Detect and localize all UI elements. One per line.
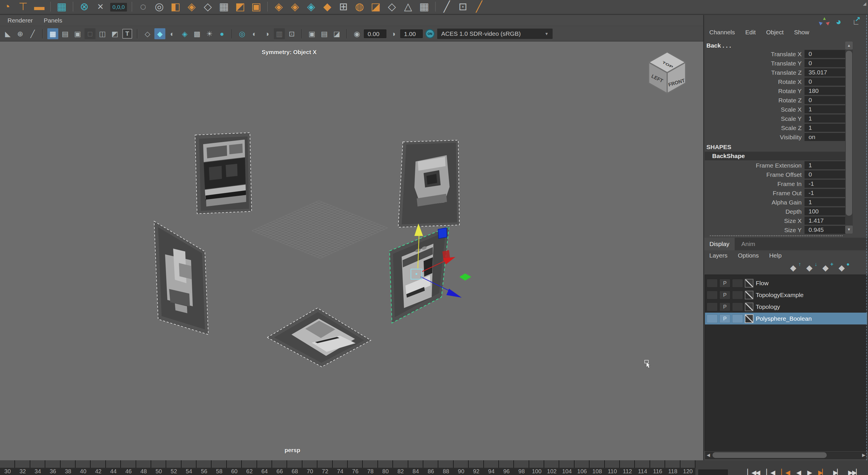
channel-label[interactable]: Translate Y [706, 60, 805, 67]
channel-label[interactable]: Frame Out [706, 190, 805, 197]
channel-label[interactable]: Translate Z [706, 69, 805, 76]
layer-playback-toggle[interactable]: P [719, 279, 731, 288]
contrast-field[interactable]: 1.00 [400, 29, 423, 38]
film-gate-icon[interactable]: ▤ [60, 28, 71, 39]
duplicate-face-icon[interactable]: ▣ [250, 0, 262, 15]
channel-label[interactable]: Rotate X [706, 78, 805, 85]
table-grid-icon[interactable]: ▦ [218, 0, 230, 15]
dof-icon[interactable]: ◑ [261, 28, 272, 39]
wireframe-icon[interactable]: ◇ [142, 28, 153, 39]
channel-value-field[interactable]: 1 [805, 124, 845, 132]
smooth-mesh-icon[interactable]: ◈ [272, 0, 285, 15]
time-tick[interactable] [61, 460, 75, 468]
measure-icon[interactable]: △ [402, 0, 414, 15]
current-frame-field[interactable] [698, 470, 728, 475]
layer-display-type-toggle[interactable] [732, 291, 743, 299]
resolution-gate-icon[interactable]: ▣ [72, 28, 83, 39]
go-to-end-icon[interactable]: ▶▶▏ [848, 469, 860, 475]
small-diamond-icon[interactable]: ◇ [385, 0, 398, 15]
channel-label[interactable]: Rotate Z [706, 97, 805, 104]
time-tick[interactable] [393, 460, 408, 468]
safe-title-icon[interactable]: T [122, 29, 132, 39]
layer-row-Polysphere_Boolean[interactable]: PPolysphere_Boolean [705, 313, 867, 324]
play-backwards-icon[interactable]: ◀ [796, 469, 800, 475]
scrollbar-thumb[interactable] [846, 51, 852, 216]
time-tick[interactable] [151, 460, 166, 468]
channel-value-field[interactable]: 180 [805, 87, 845, 95]
shape-node-name[interactable]: BackShape [705, 152, 847, 160]
time-tick[interactable] [196, 460, 212, 468]
time-tick[interactable] [30, 460, 45, 468]
marquee-select-icon[interactable]: ⊡ [286, 28, 297, 39]
poly-facet-icon[interactable]: ◇ [202, 0, 214, 15]
layer-playback-toggle[interactable]: P [719, 314, 731, 323]
channel-box-node-name[interactable]: Back . . . [706, 42, 731, 49]
go-to-start-icon[interactable]: ▏◀◀ [747, 469, 760, 475]
channel-value-field[interactable]: 0 [805, 77, 845, 86]
hscroll-left-icon[interactable]: ◀ [707, 452, 710, 458]
target-weld-icon[interactable]: ◆ [321, 0, 334, 15]
channel-value-field[interactable]: 0 [805, 96, 845, 105]
grid-snap-icon[interactable]: ▦ [418, 0, 431, 15]
time-tick[interactable] [166, 460, 181, 468]
track-selection-icon[interactable]: ⊕ [15, 28, 26, 39]
grid-icon[interactable]: ▦ [47, 28, 58, 39]
menu-panels[interactable]: Panels [44, 17, 62, 24]
channel-value-field[interactable]: 100 [805, 208, 845, 216]
exposure-icon[interactable]: ◉ [351, 28, 363, 39]
time-slider-ticks[interactable] [0, 460, 703, 468]
perspective-viewport[interactable]: TOP LEFT FRONT Symmetry: Object X persp [0, 41, 703, 460]
time-tick[interactable] [559, 460, 574, 468]
channel-value-field[interactable]: 1 [805, 198, 845, 207]
channel-label[interactable]: Size Y [706, 227, 805, 233]
shadows-icon[interactable]: ● [216, 28, 227, 39]
surface-tool-icon[interactable]: ⊤ [17, 0, 29, 15]
time-tick[interactable] [45, 460, 60, 468]
subdivide-icon[interactable]: ◈ [288, 0, 301, 15]
time-tick[interactable] [575, 460, 590, 468]
layer-display-type-toggle[interactable] [732, 303, 743, 311]
image-plane-front[interactable] [195, 133, 252, 214]
layer-menu-help[interactable]: Help [769, 252, 781, 259]
time-tick[interactable] [121, 460, 136, 468]
node-chain-icon[interactable]: ⊡ [457, 0, 469, 15]
move-manipulator-icon[interactable]: ▲ ◀ ▶ [818, 16, 830, 27]
time-tick[interactable] [665, 460, 680, 468]
shelf-flyout-icon[interactable]: ◢ [863, 1, 866, 6]
step-back-frame-icon[interactable]: ▏◀ [767, 469, 775, 475]
layer-list-hscrollbar[interactable]: ◀ ▶ [705, 451, 867, 460]
time-tick[interactable] [287, 460, 302, 468]
fog-icon[interactable]: ▥ [274, 28, 285, 39]
time-tick[interactable] [680, 460, 695, 468]
isolate-select-icon[interactable]: ◣ [2, 28, 13, 39]
channel-value-field[interactable]: 1.417 [805, 217, 845, 225]
time-tick[interactable] [302, 460, 317, 468]
channel-value-field[interactable]: 0 [805, 50, 845, 59]
tab-display[interactable]: Display [704, 238, 735, 250]
dashed-circle-icon[interactable]: ◌ [137, 0, 150, 15]
channel-value-field[interactable]: 1 [805, 161, 845, 170]
channel-label[interactable]: Frame Extension [706, 162, 805, 169]
manip-plane-handle-blue[interactable] [438, 228, 447, 239]
channel-box-scrollbar[interactable]: ▲ ▼ [845, 41, 853, 233]
time-tick[interactable] [363, 460, 378, 468]
layer-visibility-toggle[interactable] [707, 291, 718, 299]
new-empty-layer-icon[interactable]: ◆+ [823, 262, 833, 273]
time-tick[interactable] [454, 460, 469, 468]
cb-menu-show[interactable]: Show [794, 29, 809, 36]
time-tick[interactable] [378, 460, 393, 468]
layer-color-swatch[interactable] [745, 314, 753, 323]
combine-icon[interactable]: ◧ [169, 0, 182, 15]
ssao-icon[interactable]: ◎ [237, 28, 248, 39]
region-icon[interactable]: ◫ [97, 28, 108, 39]
layer-color-swatch[interactable] [745, 279, 753, 288]
layer-menu-layers[interactable]: Layers [709, 252, 727, 259]
curve-intersect-icon[interactable]: ⊗ [78, 0, 91, 15]
layer-name[interactable]: Flow [755, 280, 769, 287]
channel-label[interactable]: Frame Offset [706, 171, 805, 178]
manip-plane-handle-green[interactable] [459, 274, 471, 281]
time-tick[interactable] [182, 460, 196, 468]
new-layer-assign-icon[interactable]: ◆● [839, 262, 849, 273]
channel-label[interactable]: Scale Y [706, 115, 805, 122]
layer-move-up-icon[interactable]: ◆↑ [790, 262, 801, 273]
